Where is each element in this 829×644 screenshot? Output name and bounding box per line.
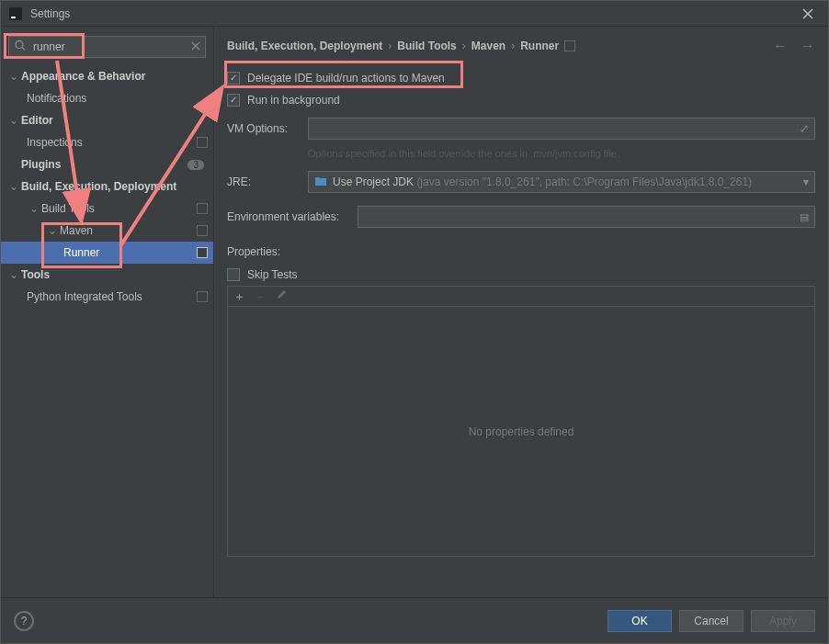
folder-icon [314, 175, 327, 189]
clear-search-icon[interactable] [191, 40, 200, 53]
profile-scope-icon [197, 137, 208, 148]
tree-editor[interactable]: ⌄ Editor [1, 109, 213, 131]
chevron-down-icon: ▾ [803, 175, 809, 188]
tree-build-tools[interactable]: ⌄ Build Tools [1, 198, 213, 220]
list-icon[interactable]: ▤ [800, 211, 809, 223]
apply-button[interactable]: Apply [751, 610, 815, 632]
tree-notifications[interactable]: Notifications [1, 87, 213, 109]
chevron-down-icon: ⌄ [6, 70, 21, 83]
env-vars-label: Environment variables: [227, 210, 348, 223]
profile-scope-icon [197, 203, 208, 214]
search-input[interactable] [8, 36, 206, 58]
nav-forward-icon[interactable]: → [801, 38, 815, 54]
search-row [1, 36, 213, 65]
properties-table: ＋ － No properties defined [227, 286, 815, 557]
settings-window: Settings ⌄ Appe [0, 0, 829, 644]
plugins-update-badge: 3 [187, 160, 204, 170]
env-vars-field[interactable]: ▤ [358, 206, 815, 228]
chevron-right-icon: › [388, 40, 392, 52]
chevron-down-icon: ⌄ [27, 202, 41, 215]
tree-python-integrated-tools[interactable]: Python Integrated Tools [1, 286, 213, 308]
vm-options-label: VM Options: [227, 122, 299, 135]
delegate-checkbox-row[interactable]: Delegate IDE build/run actions to Maven [227, 67, 815, 89]
settings-sidebar: ⌄ Appearance & Behavior Notifications ⌄ … [1, 27, 214, 597]
properties-header: Properties: [227, 234, 815, 264]
breadcrumb: Build, Execution, Deployment › Build Too… [214, 27, 828, 62]
remove-button[interactable]: － [255, 288, 267, 305]
chevron-down-icon: ⌄ [45, 224, 60, 237]
jre-label: JRE: [227, 175, 299, 188]
intellij-icon [8, 6, 23, 21]
breadcrumb-item[interactable]: Maven [471, 40, 505, 52]
profile-scope-icon [197, 225, 208, 236]
expand-icon[interactable]: ⤢ [800, 122, 809, 135]
tree-plugins[interactable]: Plugins 3 [1, 153, 213, 175]
run-bg-checkbox-row[interactable]: Run in background [227, 89, 815, 111]
chevron-right-icon: › [462, 40, 466, 52]
profile-scope-icon [197, 291, 208, 302]
ok-button[interactable]: OK [608, 610, 672, 632]
svg-rect-1 [11, 17, 16, 18]
tree-appearance-behavior[interactable]: ⌄ Appearance & Behavior [1, 65, 213, 87]
breadcrumb-item[interactable]: Runner [520, 40, 559, 52]
close-icon [802, 8, 813, 19]
nav-back-icon[interactable]: ← [773, 38, 788, 54]
settings-main: Build, Execution, Deployment › Build Too… [214, 27, 828, 597]
help-button[interactable]: ? [14, 611, 34, 631]
edit-button[interactable] [276, 289, 287, 303]
breadcrumb-item[interactable]: Build Tools [397, 40, 456, 52]
vm-options-hint: Options specified in this field override… [308, 146, 815, 164]
profile-scope-icon [564, 40, 575, 51]
titlebar-title: Settings [30, 7, 795, 20]
breadcrumb-item[interactable]: Build, Execution, Deployment [227, 40, 382, 52]
jre-dropdown[interactable]: Use Project JDK (java version "1.8.0_261… [308, 171, 815, 193]
dialog-footer: ? OK Cancel Apply [1, 597, 828, 643]
skip-tests-label: Skip Tests [247, 268, 297, 281]
settings-tree: ⌄ Appearance & Behavior Notifications ⌄ … [1, 65, 213, 588]
tree-build-deployment[interactable]: ⌄ Build, Execution, Deployment [1, 175, 213, 198]
chevron-right-icon: › [511, 40, 515, 52]
tree-tools[interactable]: ⌄ Tools [1, 264, 213, 286]
tree-maven[interactable]: ⌄ Maven [1, 220, 213, 242]
chevron-down-icon: ⌄ [6, 268, 21, 281]
delegate-label: Delegate IDE build/run actions to Maven [247, 72, 445, 85]
chevron-down-icon: ⌄ [6, 180, 21, 193]
vm-options-field[interactable]: ⤢ [308, 118, 815, 140]
cancel-button[interactable]: Cancel [679, 610, 744, 632]
tree-runner[interactable]: Runner [1, 242, 213, 264]
skip-tests-checkbox[interactable] [227, 268, 240, 281]
titlebar: Settings [1, 1, 828, 27]
run-bg-checkbox[interactable] [227, 94, 240, 107]
properties-empty-text: No properties defined [228, 307, 814, 556]
profile-scope-icon [197, 247, 208, 258]
delegate-checkbox[interactable] [227, 72, 240, 85]
chevron-down-icon: ⌄ [6, 114, 21, 127]
add-button[interactable]: ＋ [233, 288, 245, 305]
pencil-icon [276, 289, 287, 300]
tree-inspections[interactable]: Inspections [1, 131, 213, 153]
run-bg-label: Run in background [247, 94, 340, 107]
skip-tests-row[interactable]: Skip Tests [227, 264, 815, 286]
close-button[interactable] [795, 1, 821, 27]
